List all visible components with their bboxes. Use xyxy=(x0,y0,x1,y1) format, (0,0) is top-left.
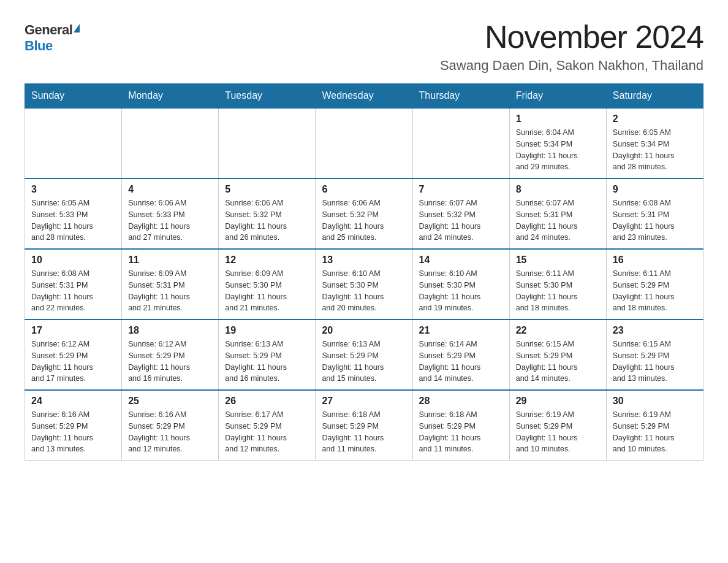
day-number: 26 xyxy=(225,396,309,407)
calendar-cell: 24Sunrise: 6:16 AMSunset: 5:29 PMDayligh… xyxy=(25,390,122,461)
title-section: November 2024 Sawang Daen Din, Sakon Nak… xyxy=(440,18,703,74)
day-number: 11 xyxy=(128,255,212,266)
calendar-cell: 26Sunrise: 6:17 AMSunset: 5:29 PMDayligh… xyxy=(219,390,316,461)
calendar-cell: 22Sunrise: 6:15 AMSunset: 5:29 PMDayligh… xyxy=(509,320,606,390)
day-number: 25 xyxy=(128,396,212,407)
day-number: 5 xyxy=(225,184,309,195)
day-info: Sunrise: 6:18 AMSunset: 5:29 PMDaylight:… xyxy=(419,409,503,455)
week-row-4: 17Sunrise: 6:12 AMSunset: 5:29 PMDayligh… xyxy=(25,320,703,390)
day-number: 6 xyxy=(322,184,406,195)
calendar-cell: 11Sunrise: 6:09 AMSunset: 5:31 PMDayligh… xyxy=(122,249,219,320)
calendar-cell: 25Sunrise: 6:16 AMSunset: 5:29 PMDayligh… xyxy=(122,390,219,461)
day-info: Sunrise: 6:08 AMSunset: 5:31 PMDaylight:… xyxy=(31,268,115,314)
calendar-cell: 21Sunrise: 6:14 AMSunset: 5:29 PMDayligh… xyxy=(412,320,509,390)
calendar-cell: 28Sunrise: 6:18 AMSunset: 5:29 PMDayligh… xyxy=(412,390,509,461)
calendar-cell: 9Sunrise: 6:08 AMSunset: 5:31 PMDaylight… xyxy=(606,178,703,249)
calendar-cell xyxy=(412,108,509,178)
day-info: Sunrise: 6:05 AMSunset: 5:34 PMDaylight:… xyxy=(613,127,697,173)
day-number: 19 xyxy=(225,325,309,336)
day-info: Sunrise: 6:15 AMSunset: 5:29 PMDaylight:… xyxy=(613,339,697,385)
calendar-cell: 1Sunrise: 6:04 AMSunset: 5:34 PMDaylight… xyxy=(509,108,606,178)
column-header-wednesday: Wednesday xyxy=(316,84,412,109)
column-header-monday: Monday xyxy=(122,84,219,109)
day-number: 28 xyxy=(419,396,503,407)
day-number: 17 xyxy=(31,325,115,336)
day-info: Sunrise: 6:11 AMSunset: 5:29 PMDaylight:… xyxy=(613,268,697,314)
calendar-cell: 12Sunrise: 6:09 AMSunset: 5:30 PMDayligh… xyxy=(219,249,316,320)
logo: General Blue xyxy=(25,18,80,54)
calendar-table: SundayMondayTuesdayWednesdayThursdayFrid… xyxy=(25,83,703,461)
calendar-cell: 29Sunrise: 6:19 AMSunset: 5:29 PMDayligh… xyxy=(509,390,606,461)
day-info: Sunrise: 6:19 AMSunset: 5:29 PMDaylight:… xyxy=(613,409,697,455)
day-info: Sunrise: 6:16 AMSunset: 5:29 PMDaylight:… xyxy=(128,409,212,455)
calendar-cell: 19Sunrise: 6:13 AMSunset: 5:29 PMDayligh… xyxy=(219,320,316,390)
calendar-cell: 4Sunrise: 6:06 AMSunset: 5:33 PMDaylight… xyxy=(122,178,219,249)
calendar-cell: 2Sunrise: 6:05 AMSunset: 5:34 PMDaylight… xyxy=(606,108,703,178)
logo-blue-text: Blue xyxy=(25,38,53,54)
day-number: 29 xyxy=(516,396,600,407)
column-header-tuesday: Tuesday xyxy=(219,84,316,109)
day-number: 15 xyxy=(516,255,600,266)
day-info: Sunrise: 6:06 AMSunset: 5:32 PMDaylight:… xyxy=(225,197,309,243)
logo-general-text: General xyxy=(25,22,72,38)
day-info: Sunrise: 6:14 AMSunset: 5:29 PMDaylight:… xyxy=(419,339,503,385)
day-info: Sunrise: 6:04 AMSunset: 5:34 PMDaylight:… xyxy=(516,127,600,173)
day-number: 22 xyxy=(516,325,600,336)
day-info: Sunrise: 6:12 AMSunset: 5:29 PMDaylight:… xyxy=(31,339,115,385)
day-info: Sunrise: 6:18 AMSunset: 5:29 PMDaylight:… xyxy=(322,409,406,455)
column-header-thursday: Thursday xyxy=(412,84,509,109)
calendar-cell: 3Sunrise: 6:05 AMSunset: 5:33 PMDaylight… xyxy=(25,178,122,249)
calendar-cell: 27Sunrise: 6:18 AMSunset: 5:29 PMDayligh… xyxy=(316,390,412,461)
day-info: Sunrise: 6:06 AMSunset: 5:32 PMDaylight:… xyxy=(322,197,406,243)
day-info: Sunrise: 6:05 AMSunset: 5:33 PMDaylight:… xyxy=(31,197,115,243)
page-header: General Blue November 2024 Sawang Daen D… xyxy=(25,18,703,74)
day-number: 23 xyxy=(613,325,697,336)
calendar-cell: 7Sunrise: 6:07 AMSunset: 5:32 PMDaylight… xyxy=(412,178,509,249)
day-info: Sunrise: 6:07 AMSunset: 5:32 PMDaylight:… xyxy=(419,197,503,243)
week-row-1: 1Sunrise: 6:04 AMSunset: 5:34 PMDaylight… xyxy=(25,108,703,178)
day-info: Sunrise: 6:16 AMSunset: 5:29 PMDaylight:… xyxy=(31,409,115,455)
day-number: 10 xyxy=(31,255,115,266)
day-number: 18 xyxy=(128,325,212,336)
day-number: 30 xyxy=(613,396,697,407)
day-info: Sunrise: 6:19 AMSunset: 5:29 PMDaylight:… xyxy=(516,409,600,455)
calendar-cell: 14Sunrise: 6:10 AMSunset: 5:30 PMDayligh… xyxy=(412,249,509,320)
day-number: 24 xyxy=(31,396,115,407)
calendar-cell: 15Sunrise: 6:11 AMSunset: 5:30 PMDayligh… xyxy=(509,249,606,320)
day-info: Sunrise: 6:10 AMSunset: 5:30 PMDaylight:… xyxy=(419,268,503,314)
day-info: Sunrise: 6:13 AMSunset: 5:29 PMDaylight:… xyxy=(225,339,309,385)
day-info: Sunrise: 6:15 AMSunset: 5:29 PMDaylight:… xyxy=(516,339,600,385)
week-row-5: 24Sunrise: 6:16 AMSunset: 5:29 PMDayligh… xyxy=(25,390,703,461)
day-info: Sunrise: 6:09 AMSunset: 5:30 PMDaylight:… xyxy=(225,268,309,314)
day-info: Sunrise: 6:07 AMSunset: 5:31 PMDaylight:… xyxy=(516,197,600,243)
main-title: November 2024 xyxy=(440,18,703,55)
calendar-cell: 16Sunrise: 6:11 AMSunset: 5:29 PMDayligh… xyxy=(606,249,703,320)
day-number: 14 xyxy=(419,255,503,266)
day-number: 1 xyxy=(516,113,600,124)
day-number: 21 xyxy=(419,325,503,336)
calendar-cell: 6Sunrise: 6:06 AMSunset: 5:32 PMDaylight… xyxy=(316,178,412,249)
column-header-friday: Friday xyxy=(509,84,606,109)
day-number: 20 xyxy=(322,325,406,336)
day-info: Sunrise: 6:10 AMSunset: 5:30 PMDaylight:… xyxy=(322,268,406,314)
day-info: Sunrise: 6:06 AMSunset: 5:33 PMDaylight:… xyxy=(128,197,212,243)
day-info: Sunrise: 6:12 AMSunset: 5:29 PMDaylight:… xyxy=(128,339,212,385)
calendar-cell: 13Sunrise: 6:10 AMSunset: 5:30 PMDayligh… xyxy=(316,249,412,320)
week-row-3: 10Sunrise: 6:08 AMSunset: 5:31 PMDayligh… xyxy=(25,249,703,320)
calendar-header-row: SundayMondayTuesdayWednesdayThursdayFrid… xyxy=(25,84,703,109)
calendar-cell xyxy=(25,108,122,178)
day-number: 2 xyxy=(613,113,697,124)
day-number: 12 xyxy=(225,255,309,266)
calendar-cell xyxy=(316,108,412,178)
calendar-cell xyxy=(122,108,219,178)
day-number: 16 xyxy=(613,255,697,266)
calendar-cell: 17Sunrise: 6:12 AMSunset: 5:29 PMDayligh… xyxy=(25,320,122,390)
column-header-sunday: Sunday xyxy=(25,84,122,109)
day-number: 4 xyxy=(128,184,212,195)
day-number: 3 xyxy=(31,184,115,195)
day-number: 27 xyxy=(322,396,406,407)
day-number: 9 xyxy=(613,184,697,195)
calendar-cell: 18Sunrise: 6:12 AMSunset: 5:29 PMDayligh… xyxy=(122,320,219,390)
day-number: 13 xyxy=(322,255,406,266)
column-header-saturday: Saturday xyxy=(606,84,703,109)
